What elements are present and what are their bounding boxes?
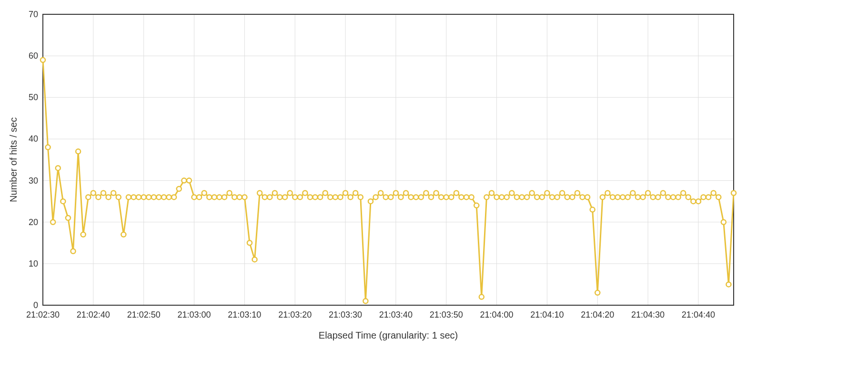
data-point <box>247 240 252 245</box>
data-point <box>626 195 630 199</box>
data-point <box>550 195 555 199</box>
data-point <box>192 195 197 199</box>
data-point <box>545 191 549 196</box>
data-point <box>363 299 368 303</box>
data-point <box>726 282 731 287</box>
line-chart: 01020304050607021:02:3021:02:4021:02:502… <box>0 0 868 392</box>
data-point <box>565 195 570 199</box>
data-point <box>172 195 176 199</box>
data-point <box>212 195 217 199</box>
data-point <box>328 195 333 199</box>
data-point <box>121 232 126 237</box>
data-point <box>61 199 65 204</box>
data-point <box>706 195 711 199</box>
data-point <box>509 191 514 196</box>
x-tick-label: 21:03:40 <box>379 310 413 320</box>
data-point <box>721 220 726 225</box>
data-point <box>555 195 560 199</box>
data-point <box>222 195 227 199</box>
data-point <box>630 191 635 196</box>
x-tick-label: 21:04:10 <box>530 310 564 320</box>
data-point <box>479 295 484 299</box>
y-axis-label: Number of hits / sec <box>8 117 19 202</box>
data-point <box>50 220 55 225</box>
data-point <box>444 195 449 199</box>
data-point <box>373 195 378 199</box>
data-point <box>570 195 575 199</box>
data-point <box>202 191 207 196</box>
data-point <box>610 195 615 199</box>
data-point <box>585 195 590 199</box>
gridlines <box>43 14 734 305</box>
data-point <box>414 195 418 199</box>
data-point <box>71 249 76 254</box>
y-tick-label: 10 <box>29 259 38 268</box>
data-point <box>151 195 156 199</box>
data-point <box>257 191 262 196</box>
data-point <box>308 195 313 199</box>
data-point <box>293 195 297 199</box>
plot-border <box>43 14 734 305</box>
data-point <box>348 195 353 199</box>
data-point <box>434 191 439 196</box>
data-point <box>580 195 585 199</box>
data-point <box>76 149 81 154</box>
data-point <box>378 191 383 196</box>
data-point <box>91 191 96 196</box>
data-point <box>318 195 323 199</box>
data-point <box>519 195 524 199</box>
data-point <box>686 195 691 199</box>
data-point <box>419 195 424 199</box>
data-point <box>182 178 186 183</box>
x-tick-label: 21:03:50 <box>430 310 463 320</box>
data-point <box>439 195 444 199</box>
data-point <box>273 191 277 196</box>
data-point <box>530 191 535 196</box>
data-point <box>464 195 469 199</box>
data-point <box>474 203 479 208</box>
x-tick-label: 21:02:30 <box>26 310 60 320</box>
data-point <box>661 191 666 196</box>
data-point <box>605 191 610 196</box>
data-point <box>227 191 232 196</box>
data-point <box>398 195 403 199</box>
data-point <box>267 195 272 199</box>
y-tick-label: 40 <box>29 134 38 144</box>
data-point <box>156 195 161 199</box>
x-axis-ticks: 21:02:3021:02:4021:02:5021:03:0021:03:10… <box>26 310 715 320</box>
data-point <box>96 195 101 199</box>
data-point <box>484 195 489 199</box>
data-point <box>177 186 182 191</box>
data-point <box>671 195 676 199</box>
data-point <box>146 195 151 199</box>
data-point <box>368 199 373 204</box>
data-point <box>262 195 267 199</box>
data-point <box>656 195 660 199</box>
chart-container: 01020304050607021:02:3021:02:4021:02:502… <box>0 0 868 392</box>
data-point <box>338 195 343 199</box>
data-point <box>716 195 721 199</box>
data-point <box>595 290 600 295</box>
data-point <box>136 195 141 199</box>
x-tick-label: 21:04:40 <box>682 310 715 320</box>
data-point <box>429 195 434 199</box>
data-point <box>499 195 504 199</box>
data-point <box>126 195 131 199</box>
data-point <box>277 195 282 199</box>
data-point <box>459 195 464 199</box>
data-point <box>489 191 494 196</box>
data-point <box>651 195 656 199</box>
data-point <box>469 195 474 199</box>
data-point <box>449 195 454 199</box>
data-point <box>40 58 45 62</box>
y-axis-ticks: 010203040506070 <box>29 10 38 310</box>
data-point <box>616 195 620 199</box>
data-point <box>640 195 645 199</box>
x-tick-label: 21:03:20 <box>278 310 312 320</box>
data-point <box>232 195 237 199</box>
data-point <box>711 191 716 196</box>
data-point <box>666 195 670 199</box>
data-point <box>681 191 686 196</box>
data-point <box>106 195 111 199</box>
x-tick-label: 21:04:00 <box>480 310 514 320</box>
